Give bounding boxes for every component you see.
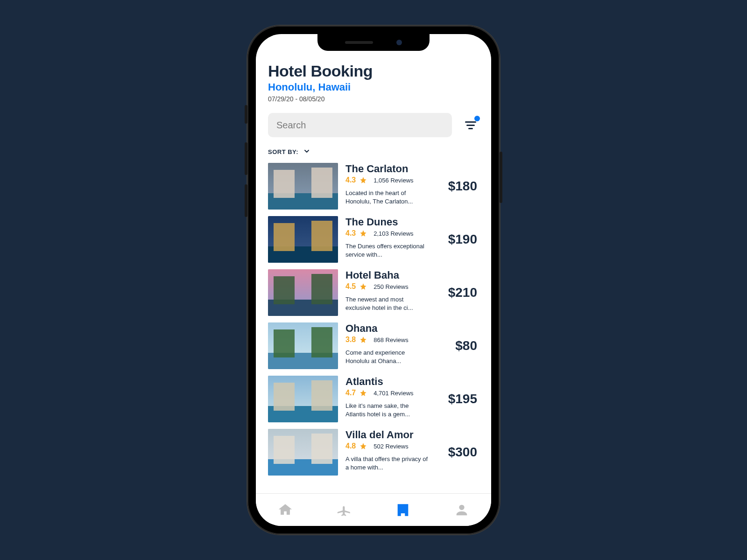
- sort-by-dropdown[interactable]: SORT BY:: [268, 147, 479, 156]
- hotel-description: Located in the heart of Honolulu, The Ca…: [345, 189, 430, 205]
- hotel-name: Hotel Baha: [345, 269, 441, 281]
- hotel-price: $210: [448, 285, 479, 300]
- hotel-rating: 3.8: [345, 336, 356, 344]
- hotel-card[interactable]: Hotel Baha 4.5 250 Reviews The newest an…: [268, 269, 479, 316]
- filter-icon: [468, 128, 473, 129]
- content-area: Hotel Booking Honolulu, Hawaii 07/29/20 …: [256, 34, 491, 493]
- search-input[interactable]: [268, 113, 452, 137]
- hotel-list: The Carlaton 4.3 1,056 Reviews Located i…: [268, 163, 479, 476]
- hotel-rating: 4.7: [345, 389, 356, 397]
- hotel-rating: 4.5: [345, 282, 356, 291]
- tab-bar: [256, 493, 491, 526]
- filter-icon: [465, 121, 476, 123]
- location-label[interactable]: Honolulu, Hawaii: [268, 81, 479, 93]
- hotel-description: A villa that offers the privacy of a hom…: [345, 455, 430, 471]
- phone-side-button: [245, 105, 247, 124]
- hotel-reviews: 4,701 Reviews: [374, 390, 413, 397]
- hotel-rating: 4.3: [345, 176, 356, 184]
- hotel-thumbnail: [268, 429, 338, 476]
- hotel-name: Villa del Amor: [345, 429, 441, 441]
- phone-side-button: [500, 152, 502, 203]
- hotel-reviews: 250 Reviews: [374, 283, 408, 290]
- filter-button[interactable]: [462, 117, 479, 133]
- filter-active-dot: [474, 116, 480, 121]
- phone-side-button: [245, 142, 247, 175]
- hotel-price: $180: [448, 179, 479, 194]
- star-icon: [359, 283, 367, 290]
- sort-by-label: SORT BY:: [268, 148, 298, 155]
- hotel-price: $190: [448, 232, 479, 247]
- star-icon: [359, 230, 367, 237]
- hotel-rating: 4.3: [345, 229, 356, 238]
- hotel-card[interactable]: Ohana 3.8 868 Reviews Come and experienc…: [268, 322, 479, 369]
- hotel-reviews: 868 Reviews: [374, 336, 408, 343]
- hotel-description: The newest and most exclusive hotel in t…: [345, 295, 430, 312]
- hotel-card[interactable]: The Carlaton 4.3 1,056 Reviews Located i…: [268, 163, 479, 210]
- filter-icon: [466, 125, 475, 126]
- hotel-price: $195: [448, 392, 479, 406]
- tab-profile[interactable]: [452, 501, 471, 519]
- star-icon: [359, 336, 367, 343]
- hotel-reviews: 1,056 Reviews: [374, 177, 413, 184]
- tab-hotels[interactable]: [394, 501, 412, 519]
- chevron-down-icon: [303, 147, 310, 156]
- phone-frame: Hotel Booking Honolulu, Hawaii 07/29/20 …: [247, 26, 500, 534]
- hotel-price: $80: [455, 338, 479, 353]
- hotel-thumbnail: [268, 216, 338, 263]
- hotel-rating: 4.8: [345, 442, 356, 450]
- phone-side-button: [245, 184, 247, 217]
- hotel-name: The Dunes: [345, 216, 441, 228]
- tab-home[interactable]: [276, 501, 295, 519]
- star-icon: [359, 389, 367, 397]
- hotel-thumbnail: [268, 322, 338, 369]
- hotel-card[interactable]: Atlantis 4.7 4,701 Reviews Like it's nam…: [268, 376, 479, 422]
- tab-flights[interactable]: [335, 501, 353, 519]
- star-icon: [359, 442, 367, 450]
- hotel-card[interactable]: The Dunes 4.3 2,103 Reviews The Dunes of…: [268, 216, 479, 263]
- hotel-reviews: 2,103 Reviews: [374, 230, 413, 237]
- app-screen: Hotel Booking Honolulu, Hawaii 07/29/20 …: [256, 34, 491, 526]
- star-icon: [359, 176, 367, 184]
- hotel-description: The Dunes offers exceptional service wit…: [345, 242, 430, 259]
- date-range: 07/29/20 - 08/05/20: [268, 95, 479, 103]
- hotel-reviews: 502 Reviews: [374, 443, 408, 450]
- hotel-thumbnail: [268, 163, 338, 210]
- phone-notch: [317, 34, 430, 51]
- hotel-thumbnail: [268, 269, 338, 316]
- hotel-name: Atlantis: [345, 376, 441, 388]
- page-title: Hotel Booking: [268, 62, 479, 80]
- hotel-card[interactable]: Villa del Amor 4.8 502 Reviews A villa t…: [268, 429, 479, 476]
- hotel-name: The Carlaton: [345, 163, 441, 175]
- hotel-name: Ohana: [345, 322, 448, 335]
- hotel-thumbnail: [268, 376, 338, 422]
- hotel-description: Come and experience Honolulu at Ohana...: [345, 349, 430, 365]
- hotel-description: Like it's name sake, the Atlantis hotel …: [345, 402, 430, 418]
- hotel-price: $300: [448, 445, 479, 460]
